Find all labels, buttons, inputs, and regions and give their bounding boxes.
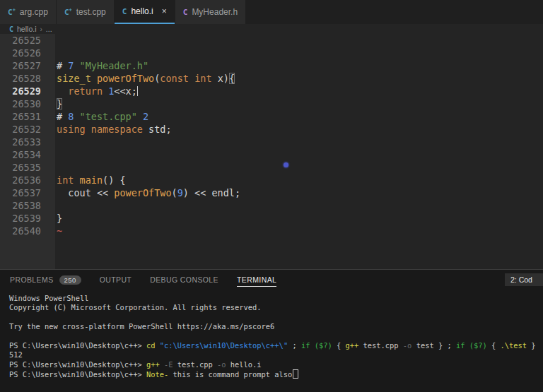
code-token: } (57, 213, 62, 224)
terminal-token: this is command prompt also (168, 370, 292, 379)
tab-hello.i[interactable]: Chello.i× (115, 0, 175, 24)
breadcrumb[interactable]: C hello.i › ... (0, 24, 543, 34)
panel-tab-label: TERMINAL (237, 275, 276, 287)
bottom-panel: PROBLEMS250OUTPUTDEBUG CONSOLETERMINAL 2… (0, 269, 543, 392)
terminal-selector-dropdown[interactable]: 2: Cod (505, 273, 543, 286)
terminal-token: -E (164, 360, 173, 369)
code-line[interactable]: 26530} (0, 97, 543, 110)
code-token (189, 73, 194, 84)
code-token (103, 85, 108, 97)
panel-tab-problems[interactable]: PROBLEMS250 (10, 270, 81, 290)
code-token: cout << (57, 187, 114, 198)
panel-tab-output[interactable]: OUTPUT (100, 270, 132, 290)
breadcrumb-ellipsis[interactable]: ... (46, 25, 52, 33)
code-token: () { (103, 174, 126, 186)
code-line[interactable]: 26535 (0, 161, 543, 174)
line-number: 26527 (0, 59, 41, 72)
code-token: ( (172, 187, 177, 198)
text-cursor (137, 86, 139, 96)
vscode-window: C+arg.cppC+test.cppChello.i×CMyHeader.h … (0, 0, 543, 392)
terminal-token: PS C:\Users\win10\Desktop\c++> (9, 341, 146, 350)
code-token: int (194, 73, 211, 84)
line-content (41, 34, 57, 47)
line-number: 26530 (0, 97, 41, 110)
code-line[interactable]: 26527# 7 "MyHeader.h" (0, 59, 543, 72)
code-token: # (57, 111, 68, 122)
terminal-line: Copyright (C) Microsoft Corporation. All… (9, 303, 543, 312)
terminal-token: ($?) (315, 341, 332, 350)
chevron-right-icon: › (40, 25, 42, 33)
code-token: "test.cpp" (80, 111, 137, 122)
code-line[interactable]: 26525 (0, 34, 543, 47)
line-content: ~ (41, 225, 62, 237)
panel-tab-bar: PROBLEMS250OUTPUTDEBUG CONSOLETERMINAL (0, 270, 543, 290)
code-line[interactable]: 26540~ (0, 225, 543, 237)
tab-test.cpp[interactable]: C+test.cpp (57, 0, 114, 24)
code-token: namespace (91, 124, 143, 135)
terminal-token: { (487, 341, 501, 350)
terminal-token: ; (288, 341, 301, 350)
code-token: "MyHeader.h" (80, 60, 149, 71)
line-content: } (41, 212, 62, 225)
code-token: main (80, 174, 103, 186)
panel-tab-label: PROBLEMS (10, 275, 54, 284)
code-token (74, 174, 79, 186)
tab-arg.cpp[interactable]: C+arg.cpp (0, 0, 56, 24)
terminal-token: 512 (9, 350, 23, 359)
line-number: 26534 (0, 148, 41, 161)
line-content: cout << powerOfTwo(9) << endl; (41, 186, 240, 199)
terminal-line: Windows PowerShell (9, 294, 543, 303)
code-token: } (57, 98, 62, 109)
code-token: 2 (143, 111, 148, 122)
code-line[interactable]: 26539} (0, 212, 543, 225)
panel-tab-terminal[interactable]: TERMINAL (237, 270, 276, 290)
panel-tab-debug-console[interactable]: DEBUG CONSOLE (150, 270, 218, 290)
terminal-token: g++ (346, 341, 359, 350)
c-file-icon: C (9, 25, 13, 33)
editor-tab-bar: C+arg.cppC+test.cppChello.i×CMyHeader.h (0, 0, 543, 24)
line-content (41, 136, 57, 148)
terminal-token: hello.i (226, 360, 262, 369)
line-number: 26536 (0, 174, 41, 186)
code-token: powerOfTwo (114, 187, 171, 198)
terminal-token: test } ; (411, 341, 456, 350)
line-content (41, 199, 57, 212)
line-content: # 8 "test.cpp" 2 (41, 110, 148, 123)
code-line[interactable]: 26538 (0, 199, 543, 212)
code-token (137, 111, 143, 122)
code-line[interactable]: 26534 (0, 148, 543, 161)
code-token: const (160, 73, 189, 84)
close-icon[interactable]: × (162, 7, 167, 16)
line-content: return 1<<x; (41, 85, 138, 97)
tab-MyHeader.h[interactable]: CMyHeader.h (175, 0, 245, 24)
line-content: } (41, 97, 62, 110)
code-line[interactable]: 26537 cout << powerOfTwo(9) << endl; (0, 186, 543, 199)
terminal-token: ($?) (469, 341, 487, 350)
code-token: powerOfTwo (97, 73, 154, 84)
terminal-token: cd (146, 341, 156, 350)
cpp-file-icon: C+ (8, 7, 16, 17)
line-number: 26525 (0, 34, 41, 47)
code-token: x) (212, 73, 229, 84)
line-number: 26537 (0, 186, 41, 199)
code-editor[interactable]: 265252652626527# 7 "MyHeader.h"26528size… (0, 34, 543, 269)
code-line[interactable]: 26531# 8 "test.cpp" 2 (0, 110, 543, 123)
terminal-cursor (293, 369, 298, 379)
code-token (91, 73, 97, 84)
terminal-token: test.cpp (173, 360, 218, 369)
plus-mark: + (69, 7, 72, 13)
terminal-output[interactable]: Windows PowerShellCopyright (C) Microsof… (0, 290, 543, 380)
breadcrumb-file[interactable]: hello.i (17, 25, 36, 33)
code-line[interactable]: 26526 (0, 47, 543, 59)
code-line[interactable]: 26529 return 1<<x; (0, 85, 543, 97)
problems-count-badge: 250 (59, 275, 81, 285)
terminal-token: test.cpp (358, 341, 403, 350)
terminal-token: "c:\Users\win10\Desktop\c++\" (160, 341, 288, 350)
code-line[interactable]: 26532using namespace std; (0, 123, 543, 136)
code-line[interactable]: 26536int main() { (0, 174, 543, 186)
terminal-line: Try the new cross-platform PowerShell ht… (9, 322, 543, 331)
code-token: size_t (57, 73, 91, 84)
code-line[interactable]: 26533 (0, 136, 543, 148)
terminal-token: if (456, 341, 465, 350)
code-line[interactable]: 26528size_t powerOfTwo(const int x){ (0, 72, 543, 85)
